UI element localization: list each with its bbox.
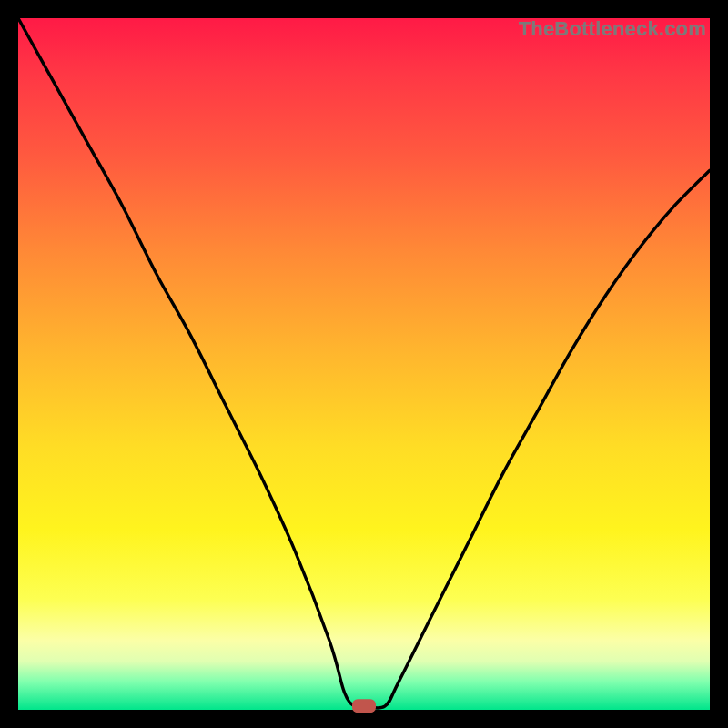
plot-area: TheBottleneck.com [18,18,710,710]
chart-frame: TheBottleneck.com [0,0,728,728]
bottleneck-curve [18,18,710,708]
optimal-point-marker [352,699,376,713]
curve-svg [18,18,710,710]
